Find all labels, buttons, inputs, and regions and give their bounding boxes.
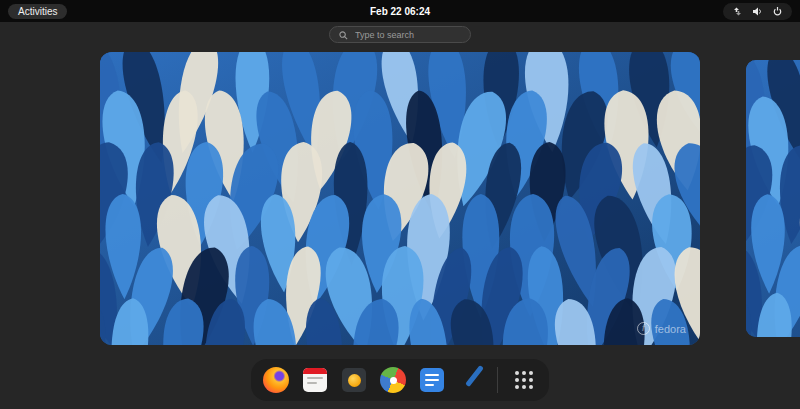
show-apps-button[interactable] xyxy=(511,367,537,393)
wallpaper-image xyxy=(100,52,700,345)
dash-divider xyxy=(497,367,498,393)
writer-icon[interactable] xyxy=(458,367,484,393)
system-tray[interactable] xyxy=(723,3,792,20)
workspace-current[interactable]: f fedora xyxy=(100,52,700,345)
top-bar: Activities Feb 22 06:24 xyxy=(0,0,800,22)
search-icon xyxy=(339,26,348,44)
search-bar[interactable] xyxy=(329,26,471,43)
volume-icon xyxy=(752,6,763,17)
calendar-icon[interactable] xyxy=(302,367,328,393)
photos-icon[interactable] xyxy=(380,367,406,393)
power-icon xyxy=(772,6,783,17)
firefox-icon[interactable] xyxy=(263,367,289,393)
dash xyxy=(251,359,549,401)
search-input[interactable] xyxy=(353,29,461,41)
workspace-next[interactable] xyxy=(746,60,800,337)
network-icon xyxy=(732,6,743,17)
wallpaper-image xyxy=(746,60,800,337)
camera-icon[interactable] xyxy=(341,367,367,393)
text-editor-icon[interactable] xyxy=(419,367,445,393)
activities-button[interactable]: Activities xyxy=(8,4,67,19)
clock[interactable]: Feb 22 06:24 xyxy=(370,0,430,22)
